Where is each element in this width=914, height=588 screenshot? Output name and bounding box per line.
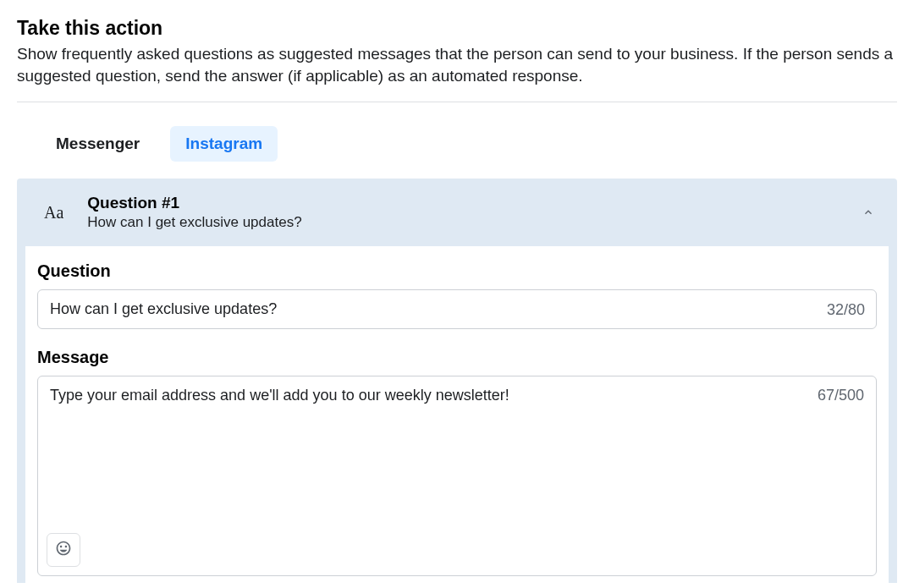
question-header[interactable]: Aa Question #1 How can I get exclusive u… — [17, 179, 897, 246]
question-char-counter: 32/80 — [827, 300, 865, 318]
text-format-icon: Aa — [44, 203, 63, 223]
question-panel: Aa Question #1 How can I get exclusive u… — [17, 179, 897, 583]
emoji-button[interactable] — [47, 533, 80, 567]
message-textarea[interactable] — [38, 376, 876, 525]
divider — [17, 102, 897, 102]
tab-messenger[interactable]: Messenger — [41, 126, 155, 162]
chevron-up-icon[interactable] — [860, 204, 877, 221]
question-input-wrap: 32/80 — [37, 289, 877, 329]
message-field-label: Message — [37, 348, 877, 367]
tab-instagram[interactable]: Instagram — [170, 126, 278, 162]
question-body: Question 32/80 Message 67/500 — [25, 246, 889, 583]
question-field-label: Question — [37, 261, 877, 281]
tabs: Messenger Instagram — [17, 126, 897, 162]
message-char-counter: 67/500 — [818, 387, 864, 404]
question-title: Question #1 — [87, 194, 836, 212]
message-toolbar — [38, 528, 876, 575]
question-subtitle: How can I get exclusive updates? — [87, 214, 836, 231]
question-header-text: Question #1 How can I get exclusive upda… — [87, 194, 836, 231]
emoji-icon — [55, 540, 72, 561]
question-input[interactable] — [37, 289, 877, 329]
message-textarea-wrap: 67/500 — [37, 376, 877, 576]
page-title: Take this action — [17, 17, 897, 40]
page-description: Show frequently asked questions as sugge… — [17, 43, 897, 86]
